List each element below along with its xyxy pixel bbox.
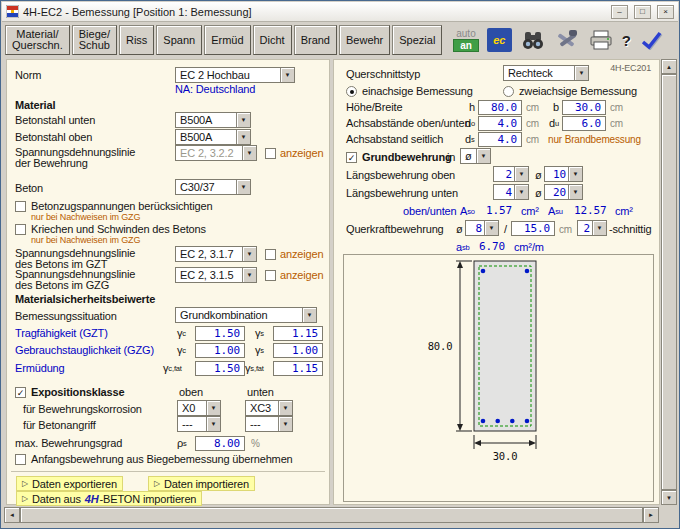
maximize-button[interactable]: □ [634,5,651,19]
gamma-s-gzg-field[interactable]: 1.00 [273,343,323,358]
gamma-s-gzt-field[interactable]: 1.15 [273,326,323,341]
betonangriff-unten-select[interactable]: --- ▼ [245,416,293,432]
betonstahl-oben-select[interactable]: B500A ▼ [175,129,251,145]
qk-durchmesser-select[interactable]: 8 ▼ [465,220,499,236]
dropdown-arrow-icon[interactable]: ▼ [206,417,220,431]
zweiachsige-bemessung-radio[interactable] [503,86,514,97]
durchmesser-unten-select[interactable]: 20 ▼ [544,184,583,200]
scroll-left-button[interactable]: ◄ [4,507,20,523]
binoculars-icon[interactable] [520,29,546,51]
korrosion-oben-select[interactable]: X0 ▼ [177,400,221,416]
sdl-bewehrung-select[interactable]: EC 2, 3.2.2 ▼ [175,145,257,161]
tools-icon[interactable] [554,29,580,51]
dropdown-arrow-icon[interactable]: ▼ [242,146,256,160]
tab-material-querschnitt[interactable]: Material/ Querschn. [5,25,70,55]
dropdown-arrow-icon[interactable]: ▼ [476,149,490,163]
sdl-gzt-select[interactable]: EC 2, 3.1.7 ▼ [175,246,257,262]
dropdown-arrow-icon[interactable]: ▼ [280,68,294,82]
anzahl-oben-select[interactable]: 2 ▼ [493,166,529,182]
dropdown-arrow-icon[interactable]: ▼ [242,247,256,261]
dropdown-arrow-icon[interactable]: ▼ [236,180,250,194]
buegelabstand-field[interactable]: 15.0 [511,221,555,236]
horizontal-scrollbar[interactable]: ◄ ► [4,507,659,523]
dropdown-arrow-icon[interactable]: ▼ [574,66,588,80]
daten-4h-beton-importieren-button[interactable]: ▷ Daten aus 4H-BETON importieren [16,491,202,506]
confirm-check-icon[interactable] [639,30,663,50]
dropdown-arrow-icon[interactable]: ▼ [592,221,606,235]
gamma-c-symbol: γc [177,325,186,341]
vertical-scrollbar[interactable]: ▲ ▼ [661,59,677,505]
schnittigkeit-select[interactable]: 2 ▼ [577,220,607,236]
close-button[interactable]: × [657,5,674,19]
tab-bewehr[interactable]: Bewehr [339,25,390,55]
anzahl-unten-select[interactable]: 4 ▼ [493,184,529,200]
einheit-select[interactable]: ø ▼ [460,148,491,164]
vertical-scrollbar-thumb[interactable] [661,74,677,490]
breite-field[interactable]: 30.0 [562,100,606,115]
minimize-button[interactable]: – [611,5,628,19]
sdl-gzg-select[interactable]: EC 2, 3.1.5 ▼ [175,267,257,283]
einachsige-bemessung-radio[interactable] [346,86,357,97]
gamma-sfat-field[interactable]: 1.15 [273,361,323,376]
tab-brand[interactable]: Brand [294,25,337,55]
scrollbar-corner [661,507,677,523]
dropdown-arrow-icon[interactable]: ▼ [514,185,528,199]
tab-biege-schub[interactable]: Biege/ Schub [72,25,117,55]
betonangriff-oben-select[interactable]: --- ▼ [177,416,221,432]
expositionsklasse-checkbox[interactable]: ✓ [15,387,26,398]
sdl-gzt-anzeigen-label: anzeigen [280,246,323,262]
horizontal-scrollbar-thumb[interactable] [20,507,643,523]
dropdown-arrow-icon[interactable]: ▼ [302,308,316,322]
daten-importieren-button[interactable]: ▷ Daten importieren [148,476,255,491]
dropdown-arrow-icon[interactable]: ▼ [236,130,250,144]
scroll-down-button[interactable]: ▼ [661,490,677,505]
durchmesser-oben-select[interactable]: 10 ▼ [544,166,583,182]
tab-riss[interactable]: Riss [119,25,154,55]
gamma-cfat-field[interactable]: 1.50 [195,361,245,376]
betonstahl-unten-select[interactable]: B500A ▼ [175,112,251,128]
dropdown-arrow-icon[interactable]: ▼ [236,113,250,127]
hoehe-field[interactable]: 80.0 [478,100,522,115]
du-field[interactable]: 6.0 [562,116,606,131]
toolbar: Material/ Querschn. Biege/ Schub Riss Sp… [2,22,678,58]
eurocode-icon[interactable]: ec [487,28,512,52]
tab-spann[interactable]: Spann [156,25,202,55]
tab-spezial[interactable]: Spezial [392,25,442,55]
dropdown-arrow-icon[interactable]: ▼ [278,401,292,415]
korrosion-unten-select[interactable]: XC3 ▼ [245,400,293,416]
gamma-c-gzg-field[interactable]: 1.00 [195,343,245,358]
sdl-gzt-anzeigen-checkbox[interactable] [265,249,276,260]
anfangsbewehrung-checkbox[interactable] [15,454,26,465]
dropdown-arrow-icon[interactable]: ▼ [242,268,256,282]
bemessungssituation-label: Bemessungssituation [15,308,117,324]
max-bewehrungsgrad-field[interactable]: 8.00 [195,436,245,451]
do-field[interactable]: 4.0 [478,116,522,131]
help-button[interactable]: ? [622,32,631,49]
scroll-right-button[interactable]: ► [643,507,659,523]
dim-height-label: 80.0 [428,340,453,352]
grundbewehrung-checkbox[interactable]: ✓ [346,152,357,163]
auto-toggle[interactable]: auto an [453,29,479,52]
querschnittstyp-select[interactable]: Rechteck ▼ [503,65,589,81]
gamma-c-gzt-field[interactable]: 1.50 [195,326,245,341]
ds-field[interactable]: 4.0 [478,132,522,147]
achsabstand-seitlich-label: Achsabstand seitlich [346,131,443,147]
toolbar-icons: auto an ec [453,28,675,52]
tab-ermued[interactable]: Ermüd [204,25,250,55]
dropdown-arrow-icon[interactable]: ▼ [278,417,292,431]
beton-select[interactable]: C30/37 ▼ [175,179,251,195]
sdl-gzg-anzeigen-checkbox[interactable] [265,270,276,281]
dropdown-arrow-icon[interactable]: ▼ [568,167,582,181]
sdl-bewehrung-anzeigen-checkbox[interactable] [265,148,276,159]
bemessungssituation-select[interactable]: Grundkombination ▼ [175,307,317,323]
betonzug-checkbox[interactable] [15,201,26,212]
dropdown-arrow-icon[interactable]: ▼ [206,401,220,415]
dropdown-arrow-icon[interactable]: ▼ [484,221,498,235]
printer-icon[interactable] [588,29,614,51]
daten-exportieren-button[interactable]: ▷ Daten exportieren [16,476,123,491]
tab-dicht[interactable]: Dicht [253,25,292,55]
scroll-up-button[interactable]: ▲ [661,59,677,74]
kriechen-checkbox[interactable] [15,224,26,235]
dropdown-arrow-icon[interactable]: ▼ [568,185,582,199]
dropdown-arrow-icon[interactable]: ▼ [514,167,528,181]
